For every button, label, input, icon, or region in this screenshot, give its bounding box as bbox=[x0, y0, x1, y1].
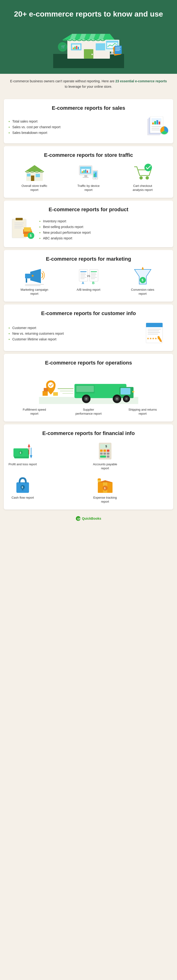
svg-rect-118 bbox=[44, 388, 48, 391]
operations-title: E-commerce reports for operations bbox=[8, 360, 169, 366]
svg-rect-119 bbox=[53, 392, 58, 396]
svg-rect-122 bbox=[120, 388, 130, 395]
svg-point-62 bbox=[139, 176, 143, 180]
svg-text:$: $ bbox=[104, 487, 105, 490]
page: 20+ e-commerce reports to know and use bbox=[0, 0, 177, 525]
expense-tracking-label: Expense tracking report bbox=[91, 496, 119, 504]
svg-point-9 bbox=[92, 54, 93, 55]
svg-rect-14 bbox=[74, 46, 76, 49]
accounts-payable-icon: $ bbox=[95, 442, 116, 461]
svg-rect-16 bbox=[78, 47, 79, 49]
shipping-label: Shipping and returns report bbox=[128, 408, 157, 416]
svg-rect-15 bbox=[76, 46, 77, 49]
ab-testing-label: A/B testing report bbox=[77, 288, 100, 292]
supplier-label: Supplier performance report bbox=[74, 408, 103, 416]
svg-marker-146 bbox=[30, 455, 32, 458]
svg-point-125 bbox=[85, 398, 87, 400]
svg-rect-37 bbox=[156, 120, 158, 124]
svg-rect-68 bbox=[14, 224, 23, 225]
svg-rect-133 bbox=[76, 386, 94, 392]
svg-rect-83 bbox=[79, 269, 88, 281]
svg-rect-41 bbox=[152, 130, 160, 130]
customer-title: E-commerce reports for customer info bbox=[8, 310, 169, 317]
svg-rect-155 bbox=[107, 452, 109, 455]
svg-rect-35 bbox=[152, 123, 154, 124]
svg-rect-91 bbox=[91, 271, 97, 272]
svg-text:🛒: 🛒 bbox=[61, 45, 66, 49]
svg-marker-44 bbox=[25, 165, 44, 172]
profit-loss-label: Profit and loss report bbox=[8, 463, 37, 466]
svg-rect-50 bbox=[84, 175, 87, 177]
marketing-icons: ★ Marketing campaign report bbox=[8, 267, 169, 296]
traffic-title: E-commerce reports for store traffic bbox=[8, 152, 169, 159]
financial-section: E-commerce reports for financial info $ bbox=[4, 424, 173, 509]
svg-point-59 bbox=[95, 178, 96, 179]
footer: QB QuickBooks bbox=[0, 512, 177, 525]
icon-label-shipping: Shipping and returns report bbox=[128, 408, 157, 416]
list-item: Customer report bbox=[8, 325, 135, 331]
sales-content: Total sales report Sales vs. cost per ch… bbox=[8, 116, 169, 138]
svg-rect-92 bbox=[91, 273, 96, 274]
icon-label-accounts: $ Accounts payable report bbox=[91, 442, 119, 471]
icon-label-expense: $ Expense tracking report bbox=[91, 475, 119, 504]
sales-icon bbox=[145, 116, 169, 138]
svg-rect-54 bbox=[84, 170, 85, 173]
svg-rect-110 bbox=[148, 332, 160, 333]
svg-rect-148 bbox=[100, 444, 110, 448]
svg-rect-111 bbox=[148, 334, 158, 334]
svg-rect-70 bbox=[14, 228, 22, 228]
device-traffic-icon bbox=[78, 163, 99, 182]
svg-rect-134 bbox=[132, 391, 134, 393]
product-icon: $ bbox=[8, 218, 35, 242]
list-item: New product performance report bbox=[39, 230, 169, 235]
list-item: ABC analysis report bbox=[39, 235, 169, 241]
svg-rect-96 bbox=[91, 278, 95, 279]
svg-rect-88 bbox=[81, 275, 85, 276]
svg-rect-79 bbox=[26, 278, 27, 283]
svg-rect-89 bbox=[81, 277, 87, 278]
store-traffic-label: Overall store traffic report bbox=[21, 184, 49, 192]
list-item: Sales breakdown report bbox=[8, 130, 140, 135]
svg-marker-104 bbox=[142, 267, 144, 269]
ab-testing-icon: A B VS bbox=[78, 267, 99, 286]
svg-text:★: ★ bbox=[31, 274, 34, 278]
customer-section: E-commerce reports for customer info Cus… bbox=[4, 304, 173, 351]
svg-marker-144 bbox=[28, 444, 30, 447]
footer-brand: QuickBooks bbox=[82, 517, 101, 520]
icon-label-ab: A B VS A/B testing report bbox=[74, 267, 103, 296]
svg-rect-47 bbox=[27, 173, 30, 177]
sales-section: E-commerce reports for sales Total sales… bbox=[4, 99, 173, 143]
product-title: E-commerce reports for product bbox=[8, 206, 169, 213]
icon-label-marketing: ★ Marketing campaign report bbox=[21, 267, 49, 296]
marketing-title: E-commerce reports for marketing bbox=[8, 256, 169, 262]
product-list: Inventory report Best-selling products r… bbox=[39, 218, 169, 241]
icon-label-profit: $ Profit and loss report bbox=[8, 442, 37, 471]
svg-rect-29 bbox=[115, 49, 120, 50]
svg-rect-94 bbox=[91, 275, 95, 276]
svg-rect-108 bbox=[148, 329, 161, 329]
traffic-icons: Overall store traffic report bbox=[8, 163, 169, 192]
traffic-section: E-commerce reports for store traffic Ove… bbox=[4, 146, 173, 198]
svg-rect-38 bbox=[158, 122, 160, 124]
icon-label-cart: Cart checkout analysis report bbox=[128, 163, 157, 192]
profit-loss-icon: $ bbox=[12, 442, 33, 461]
svg-point-116 bbox=[48, 382, 54, 388]
svg-rect-60 bbox=[94, 173, 95, 177]
svg-rect-157 bbox=[107, 455, 109, 458]
sales-title: E-commerce reports for sales bbox=[8, 105, 169, 111]
svg-rect-13 bbox=[73, 48, 74, 49]
svg-point-172 bbox=[98, 479, 101, 480]
svg-text:$: $ bbox=[30, 234, 32, 237]
sales-list: Total sales report Sales vs. cost per ch… bbox=[8, 119, 140, 135]
svg-rect-154 bbox=[103, 452, 106, 455]
list-item: Total sales report bbox=[8, 119, 140, 124]
cart-checkout-icon bbox=[132, 163, 153, 182]
svg-rect-82 bbox=[25, 285, 40, 286]
svg-rect-93 bbox=[91, 274, 96, 275]
svg-rect-67 bbox=[14, 223, 24, 223]
icon-label-device: Traffic by device report bbox=[74, 163, 103, 192]
svg-text:$: $ bbox=[142, 278, 144, 282]
operations-labels: Fulfillment speed report Supplier perfor… bbox=[8, 408, 169, 416]
svg-point-128 bbox=[116, 398, 118, 400]
hero-description: E-commerce business owners can't operate… bbox=[0, 74, 177, 96]
